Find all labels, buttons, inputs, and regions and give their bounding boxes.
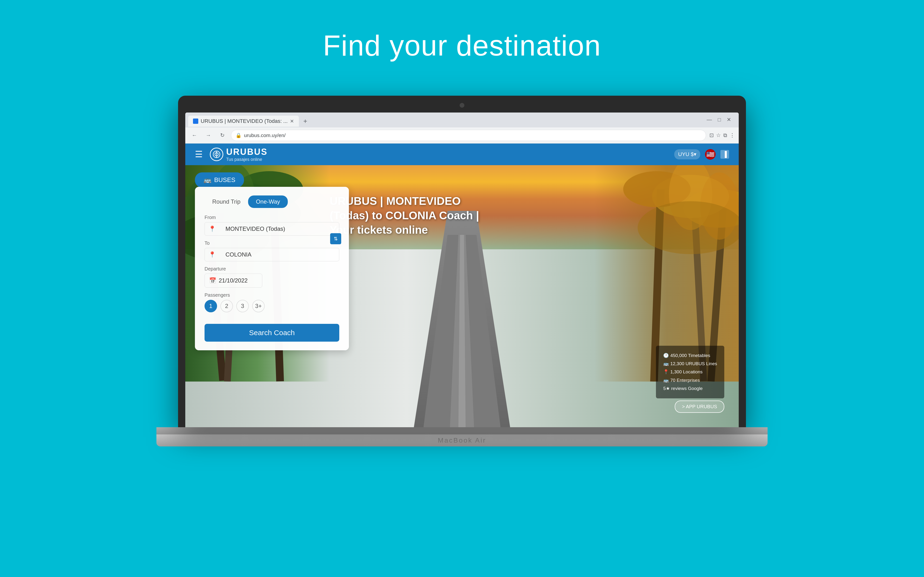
road-detail (423, 235, 501, 427)
swap-button[interactable]: ⇅ (330, 233, 341, 244)
laptop-bezel: URUBUS | MONTEVIDEO (Todas: ... ✕ + — □ … (178, 96, 746, 427)
round-trip-button[interactable]: Round Trip (205, 195, 248, 208)
buses-tab-button[interactable]: 🚌 BUSES (195, 172, 244, 187)
refresh-button[interactable]: ↻ (217, 130, 228, 141)
bookmark-icon[interactable]: ☆ (716, 132, 721, 139)
cast-icon[interactable]: ⊡ (709, 132, 714, 139)
logo: URUBUS Tus pasajes online (210, 147, 268, 162)
passenger-2-button[interactable]: 2 (220, 300, 233, 312)
passengers-row: 1 2 3 3+ (205, 300, 339, 312)
hero-title: URUBUS | MONTEVIDEO (Todas) to COLONIA C… (330, 194, 498, 237)
tab-close-button[interactable]: ✕ (290, 118, 294, 124)
laptop-screen: URUBUS | MONTEVIDEO (Todas: ... ✕ + — □ … (185, 113, 739, 427)
maximize-button[interactable]: □ (718, 117, 721, 123)
stat-timetables: 🕐 450,000 Timetables (663, 351, 717, 359)
laptop-hinge (157, 427, 767, 434)
browser-tab-active[interactable]: URUBUS | MONTEVIDEO (Todas: ... ✕ (188, 116, 299, 127)
location-icon-from: 📍 (208, 226, 216, 232)
from-value: MONTEVIDEO (Todas) (226, 226, 285, 232)
from-input[interactable]: 📍 MONTEVIDEO (Todas) (205, 222, 339, 235)
tab-bar: URUBUS | MONTEVIDEO (Todas: ... ✕ + — □ … (185, 113, 739, 127)
from-label: From (205, 215, 339, 220)
search-form: Round Trip One-Way From 📍 MONTEVIDEO (To… (195, 187, 349, 350)
hamburger-menu-button[interactable]: ☰ (195, 149, 203, 160)
passenger-3plus-button[interactable]: 3+ (252, 300, 265, 312)
new-tab-button[interactable]: + (299, 115, 311, 127)
currency-selector[interactable]: UYU $▾ (674, 149, 700, 160)
app-urubus-button[interactable]: > APP URUBUS (675, 401, 724, 413)
laptop-base: MacBook Air (157, 434, 767, 446)
passenger-1-button[interactable]: 1 (205, 300, 217, 312)
stat-lines: 🚌 12,300 URUBUS Lines (663, 359, 717, 368)
window-controls: — □ ✕ (702, 117, 736, 126)
browser-actions: ⊡ ☆ ⧉ ⋮ (709, 132, 735, 139)
hero-section: URUBUS | MONTEVIDEO (Todas) to COLONIA C… (185, 165, 739, 427)
stat-enterprises: 🚌 70 Enterprises (663, 376, 717, 384)
minimize-button[interactable]: — (707, 117, 712, 123)
to-value: COLONIA (226, 251, 252, 258)
svg-point-21 (638, 201, 739, 254)
logo-icon (210, 148, 223, 161)
buses-label: BUSES (214, 176, 235, 184)
search-coach-button[interactable]: Search Coach (205, 324, 339, 342)
logo-text: URUBUS Tus pasajes online (226, 147, 268, 162)
passengers-group: Passengers 1 2 3 3+ (205, 292, 339, 312)
passenger-3-button[interactable]: 3 (236, 300, 249, 312)
one-way-button[interactable]: One-Way (248, 195, 288, 208)
stats-box: 🕐 450,000 Timetables 🚌 12,300 URUBUS Lin… (656, 346, 724, 398)
location-icon-to: 📍 (208, 251, 216, 258)
tab-title: URUBUS | MONTEVIDEO (Todas: ... (201, 118, 288, 124)
webcam (460, 103, 464, 108)
language-flag[interactable]: 🇺🇸 (705, 149, 716, 160)
nav-right: UYU $▾ 🇺🇸 ▐ (674, 149, 729, 160)
departure-value: 21/10/2022 (219, 277, 247, 284)
ssl-lock-icon: 🔒 (236, 132, 242, 138)
back-button[interactable]: ← (189, 130, 200, 141)
from-group: From 📍 MONTEVIDEO (Todas) (205, 215, 339, 235)
page-headline: Find your destination (323, 29, 601, 62)
brand-name: URUBUS (226, 147, 268, 157)
browser-chrome: URUBUS | MONTEVIDEO (Todas: ... ✕ + — □ … (185, 113, 739, 143)
extension-icon[interactable]: ⧉ (723, 132, 727, 139)
forward-button[interactable]: → (203, 130, 214, 141)
menu-icon[interactable]: ⋮ (730, 132, 735, 139)
close-window-button[interactable]: ✕ (727, 117, 731, 123)
to-label: To (205, 240, 339, 246)
brand-tagline: Tus pasajes online (226, 157, 268, 162)
stat-locations: 📍 1,300 Locations (663, 368, 717, 376)
departure-input[interactable]: 📅 21/10/2022 (205, 274, 262, 287)
calendar-icon: 📅 (209, 277, 216, 284)
tab-favicon (193, 119, 198, 124)
to-input[interactable]: 📍 COLONIA (205, 248, 339, 261)
site-navbar: ☰ URUBUS Tus pasajes online (185, 143, 739, 165)
laptop-device: URUBUS | MONTEVIDEO (Todas: ... ✕ + — □ … (173, 96, 751, 446)
to-group: ⇅ To 📍 COLONIA (205, 240, 339, 261)
website-content: ☰ URUBUS Tus pasajes online (185, 143, 739, 427)
laptop-brand: MacBook Air (438, 437, 486, 444)
url-text: urubus.com.uy/en/ (244, 132, 286, 138)
address-bar[interactable]: 🔒 urubus.com.uy/en/ (231, 130, 706, 141)
departure-group: Departure 📅 21/10/2022 (205, 266, 339, 287)
stat-reviews: 5★ reviews Google (663, 384, 717, 393)
passengers-label: Passengers (205, 292, 339, 298)
trip-type-buttons: Round Trip One-Way (205, 195, 339, 208)
nav-bar: ← → ↻ 🔒 urubus.com.uy/en/ ⊡ ☆ ⧉ ⋮ (185, 127, 739, 143)
bus-icon: 🚌 (204, 176, 211, 184)
scroll-indicator: ▐ (720, 150, 729, 159)
departure-label: Departure (205, 266, 339, 272)
